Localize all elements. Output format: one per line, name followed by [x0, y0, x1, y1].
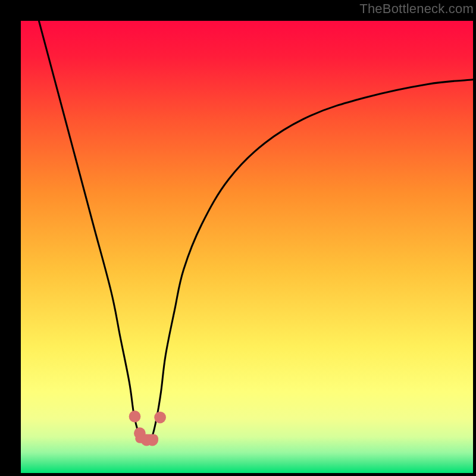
- watermark-text: TheBottleneck.com: [359, 1, 474, 17]
- chart-svg: [21, 21, 473, 473]
- plot-area: [21, 21, 473, 473]
- marker-bottom-b: [146, 434, 158, 446]
- marker-right-upper: [154, 412, 166, 424]
- chart-frame: TheBottleneck.com: [0, 0, 476, 476]
- marker-left-upper: [129, 411, 141, 422]
